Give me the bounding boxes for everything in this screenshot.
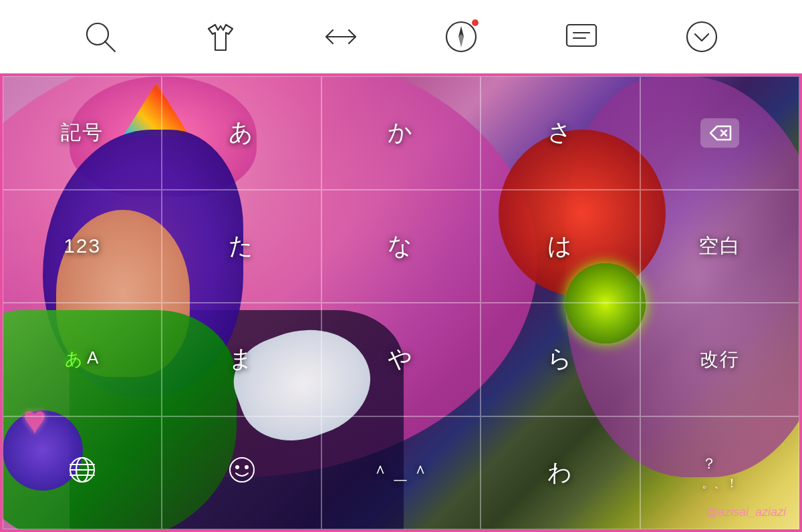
key-space[interactable]: 空白: [640, 190, 799, 303]
svg-line-1: [105, 41, 115, 51]
backspace-icon: [700, 118, 739, 148]
key-kigo[interactable]: 記号: [3, 76, 162, 190]
chevron-nav-button[interactable]: [682, 17, 722, 57]
svg-rect-6: [567, 25, 596, 46]
notification-dot: [472, 19, 479, 26]
key-a[interactable]: あ: [162, 76, 321, 190]
svg-point-18: [236, 466, 239, 469]
key-ya[interactable]: や: [321, 303, 481, 416]
svg-point-19: [245, 466, 248, 469]
key-backspace[interactable]: [640, 76, 799, 190]
key-sa[interactable]: さ: [481, 76, 640, 190]
nav-bar: [0, 0, 802, 74]
key-wa[interactable]: わ: [481, 416, 640, 530]
compass-nav-button[interactable]: [441, 17, 481, 57]
resize-nav-button[interactable]: [321, 17, 361, 57]
svg-point-17: [230, 458, 254, 482]
shirt-nav-button[interactable]: [200, 17, 241, 57]
svg-point-9: [687, 22, 716, 51]
keyboard-grid: 記号 あ か さ 123 た な: [3, 76, 799, 529]
key-123[interactable]: 123: [3, 190, 162, 303]
key-kaigyo[interactable]: 改行: [640, 303, 799, 416]
key-marks[interactable]: ？。、！: [640, 416, 799, 530]
key-emoji[interactable]: [162, 416, 321, 530]
key-ka[interactable]: か: [321, 76, 481, 190]
keyboard-area: ♥ @azisai_aziazi 記号 あ か さ: [0, 74, 802, 532]
key-caret[interactable]: ＾＿＾: [321, 416, 481, 530]
key-ma[interactable]: ま: [162, 303, 321, 416]
key-ta[interactable]: た: [162, 190, 321, 303]
search-nav-button[interactable]: [80, 17, 120, 57]
key-ha[interactable]: は: [481, 190, 640, 303]
key-na[interactable]: な: [321, 190, 481, 303]
svg-marker-5: [458, 34, 464, 47]
message-nav-button[interactable]: [561, 17, 602, 57]
key-ra[interactable]: ら: [481, 303, 640, 416]
key-globe[interactable]: [3, 416, 162, 530]
key-aa[interactable]: あ A: [3, 303, 162, 416]
